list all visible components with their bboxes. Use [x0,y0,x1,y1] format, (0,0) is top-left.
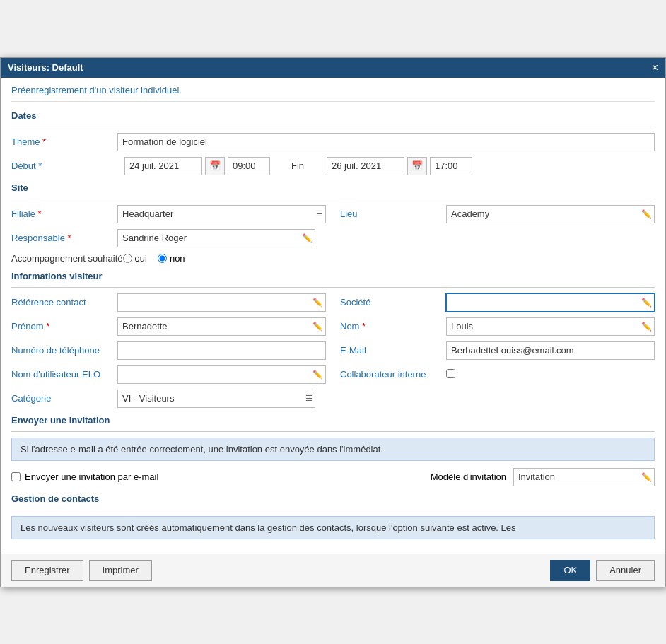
section-site: Site [11,182,655,193]
prenom-edit-icon[interactable]: ✏️ [312,322,323,332]
theme-label: Thème * [11,136,117,147]
prenom-input[interactable] [117,317,326,336]
dialog-title: Visiteurs: Default [8,62,83,73]
societe-edit-icon[interactable]: ✏️ [641,298,652,308]
categorie-list-icon[interactable]: ☰ [305,394,312,403]
cancel-button[interactable]: Annuler [596,560,655,581]
societe-label: Société [340,297,446,308]
tel-input[interactable] [117,341,326,360]
ref-societe-row: Référence contact ✏️ Société ✏️ [11,293,655,312]
lieu-col: Lieu ✏️ [340,205,655,223]
radio-oui[interactable]: oui [123,253,147,264]
save-button[interactable]: Enregistrer [11,560,83,581]
tel-input-wrap [117,341,326,360]
ref-input[interactable] [117,293,326,312]
elo-input[interactable] [117,365,326,384]
responsable-label: Responsable * [11,233,117,243]
invitation-row: Envoyer une invitation par e-mail Modèle… [11,468,655,486]
modele-label: Modèle d'invitation [431,472,506,482]
societe-input[interactable] [446,293,655,312]
modele-input[interactable] [513,468,655,486]
modele-input-wrap: ✏️ [513,468,655,486]
filiale-input-wrap: ☰ [117,205,326,223]
print-button[interactable]: Imprimer [89,560,152,581]
categorie-label: Catégorie [11,393,117,404]
radio-non[interactable]: non [158,253,185,264]
filiale-label: Filiale * [11,209,117,219]
email-input[interactable] [446,341,655,360]
email-label: E-Mail [340,345,446,356]
debut-label: Début * [11,160,117,171]
elo-collaborateur-row: Nom d'utilisateur ELO ✏️ Collaborateur i… [11,365,655,384]
categorie-input[interactable] [117,390,315,408]
close-button[interactable]: × [652,62,658,74]
elo-col: Nom d'utilisateur ELO ✏️ [11,365,326,384]
lieu-label: Lieu [340,209,446,219]
theme-row: Thème * [11,133,655,151]
collaborateur-label: Collaborateur interne [340,369,446,380]
responsable-input[interactable] [117,229,315,247]
elo-label: Nom d'utilisateur ELO [11,369,117,380]
dialog-footer: Enregistrer Imprimer OK Annuler [1,554,665,587]
radio-oui-input[interactable] [123,254,132,263]
section-invitation: Envoyer une invitation [11,415,655,426]
dialog-window: Visiteurs: Default × Préenregistrement d… [0,57,666,587]
radio-non-label: non [170,253,185,264]
prenom-label: Prénom * [11,321,117,332]
ref-label: Référence contact [11,297,117,308]
ref-edit-icon[interactable]: ✏️ [312,298,323,308]
accompagnement-label: Accompagnement souhaité [11,253,123,264]
responsable-input-wrap: ✏️ [117,229,315,247]
debut-date-wrap: 📅 [124,157,270,175]
gestion-info-text: Les nouveaux visiteurs sont créés automa… [21,522,516,533]
radio-non-input[interactable] [158,254,167,263]
elo-edit-icon[interactable]: ✏️ [312,370,323,380]
societe-input-wrap: ✏️ [446,293,655,312]
collaborateur-checkbox[interactable] [446,369,455,378]
invitation-model-wrap: Modèle d'invitation ✏️ [431,468,655,486]
nom-input[interactable] [446,317,655,336]
societe-col: Société ✏️ [340,293,655,312]
modele-edit-icon[interactable]: ✏️ [641,472,652,482]
accompagnement-radio-group: oui non [123,253,185,264]
tel-label: Numéro de téléphone [11,345,117,356]
nom-input-wrap: ✏️ [446,317,655,336]
nom-edit-icon[interactable]: ✏️ [641,322,652,332]
filiale-col: Filiale * ☰ [11,205,326,223]
invitation-checkbox-label: Envoyer une invitation par e-mail [25,472,158,482]
fin-calendar-icon[interactable]: 📅 [407,157,427,175]
lieu-input-wrap: ✏️ [446,205,655,223]
collaborateur-check-wrap [446,369,655,380]
categorie-input-wrap: ☰ [117,390,315,408]
ref-col: Référence contact ✏️ [11,293,326,312]
filiale-list-icon[interactable]: ☰ [316,209,323,218]
debut-calendar-icon[interactable]: 📅 [205,157,225,175]
prenom-input-wrap: ✏️ [117,317,326,336]
fin-label: Fin [291,160,312,171]
email-input-wrap [446,341,655,360]
debut-time-input[interactable] [228,157,270,175]
fin-date-wrap: 📅 [327,157,472,175]
section-visitor-info: Informations visiteur [11,271,655,281]
theme-input[interactable] [117,133,655,151]
ok-button[interactable]: OK [550,560,590,581]
filiale-input[interactable] [117,205,326,223]
debut-date-input[interactable] [124,157,202,175]
nom-col: Nom * ✏️ [340,317,655,336]
divider-dates [11,127,655,127]
responsable-row: Responsable * ✏️ [11,229,655,247]
lieu-edit-icon[interactable]: ✏️ [641,209,652,219]
nom-label: Nom * [340,321,446,332]
tel-col: Numéro de téléphone [11,341,326,360]
fin-date-input[interactable] [327,157,404,175]
divider-site [11,199,655,199]
collaborateur-col: Collaborateur interne [340,369,655,380]
date-row: Début * 📅 Fin 📅 [11,157,655,175]
fin-time-input[interactable] [430,157,472,175]
divider-invitation [11,431,655,432]
lieu-input[interactable] [446,205,655,223]
radio-oui-label: oui [135,253,147,264]
responsable-edit-icon[interactable]: ✏️ [302,233,312,243]
divider-visitor [11,287,655,288]
invitation-checkbox[interactable] [11,472,21,481]
